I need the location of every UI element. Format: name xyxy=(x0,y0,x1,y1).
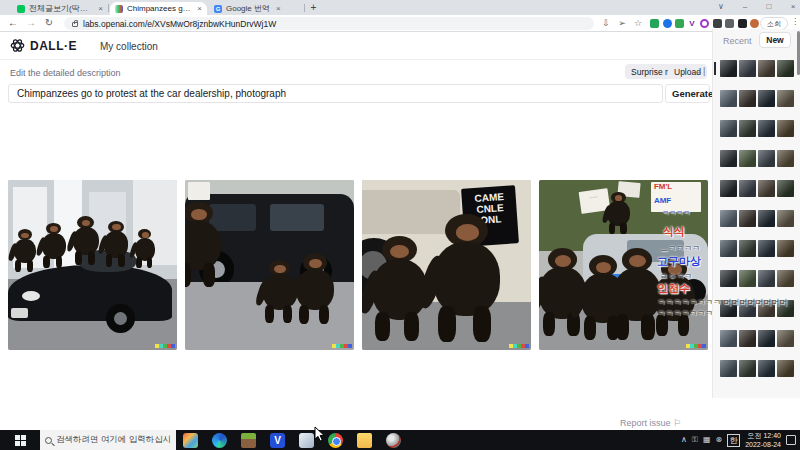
generation-thumbnail[interactable] xyxy=(739,90,756,107)
generation-group[interactable] xyxy=(720,120,798,137)
generation-thumbnail[interactable] xyxy=(777,330,794,347)
generation-thumbnail[interactable] xyxy=(758,240,775,257)
generation-thumbnail[interactable] xyxy=(739,120,756,137)
window-close-button[interactable]: × xyxy=(786,0,800,14)
generation-thumbnail[interactable] xyxy=(777,270,794,287)
notification-center-icon[interactable] xyxy=(786,435,796,445)
window-minimize-button[interactable]: – xyxy=(738,0,752,14)
generation-group[interactable] xyxy=(720,360,798,377)
green-badge-extension-icon[interactable] xyxy=(675,19,684,28)
browser-profile-chip[interactable]: 소희 xyxy=(760,17,788,30)
collapse-panel-icon[interactable]: →| xyxy=(694,66,705,76)
generation-thumbnail[interactable] xyxy=(777,180,794,197)
generate-button[interactable]: Generate xyxy=(665,84,710,103)
taskbar-app-folder[interactable] xyxy=(350,430,379,450)
start-button[interactable] xyxy=(0,430,40,450)
green-square-extension-icon[interactable] xyxy=(650,19,659,28)
generation-thumbnail[interactable] xyxy=(739,360,756,377)
generated-image-1[interactable] xyxy=(8,180,177,350)
generation-thumbnail[interactable] xyxy=(720,270,737,287)
generation-thumbnail[interactable] xyxy=(758,90,775,107)
tray-device-icon[interactable]: ⚿ xyxy=(692,430,698,450)
generation-thumbnail[interactable] xyxy=(739,270,756,287)
generation-thumbnail[interactable] xyxy=(758,120,775,137)
generation-thumbnail[interactable] xyxy=(758,60,775,77)
window-chevron-icon[interactable]: ∨ xyxy=(714,0,728,14)
generation-thumbnail[interactable] xyxy=(777,150,794,167)
generation-group[interactable] xyxy=(720,60,798,77)
generation-group[interactable] xyxy=(720,150,798,167)
browser-menu-icon[interactable]: ⋮ xyxy=(791,17,799,26)
tray-status-icon[interactable]: ⊗ xyxy=(715,430,722,450)
generation-group[interactable] xyxy=(720,90,798,107)
generation-thumbnail[interactable] xyxy=(777,360,794,377)
generation-group[interactable] xyxy=(720,330,798,347)
generation-thumbnail[interactable] xyxy=(758,360,775,377)
generation-group[interactable] xyxy=(720,270,798,287)
generation-thumbnail[interactable] xyxy=(720,240,737,257)
report-issue-link[interactable]: Report issue ⚐ xyxy=(620,418,681,428)
taskbar-app-minecraft[interactable] xyxy=(234,430,263,450)
generation-thumbnail[interactable] xyxy=(739,330,756,347)
send-to-device-icon[interactable]: ➢ xyxy=(616,18,628,28)
generation-thumbnail[interactable] xyxy=(758,150,775,167)
tray-keyboard-icon[interactable]: ▦ xyxy=(703,430,711,450)
purple-ring-extension-icon[interactable] xyxy=(700,19,709,28)
tab-close-icon[interactable]: × xyxy=(96,4,103,13)
dark-square-extension-icon[interactable] xyxy=(713,19,722,28)
generation-group[interactable] xyxy=(720,180,798,197)
blue-circle-extension-icon[interactable] xyxy=(663,19,672,28)
generation-group[interactable] xyxy=(720,240,798,257)
generation-thumbnail[interactable] xyxy=(720,60,737,77)
hidden-icons-chevron[interactable]: ∧ xyxy=(681,430,687,450)
orange-avatar-extension-icon[interactable] xyxy=(750,19,759,28)
back-icon[interactable]: ← xyxy=(6,17,20,28)
black-square-extension-icon[interactable] xyxy=(738,19,747,28)
violet-v-extension-icon[interactable]: V xyxy=(688,19,697,28)
generated-image-3[interactable]: CAME CNLE ONL xyxy=(362,180,531,350)
generation-thumbnail[interactable] xyxy=(720,330,737,347)
taskbar-app-edge[interactable] xyxy=(205,430,234,450)
generation-thumbnail[interactable] xyxy=(739,180,756,197)
generation-thumbnail[interactable] xyxy=(758,210,775,227)
generation-thumbnail[interactable] xyxy=(720,360,737,377)
taskbar-search-box[interactable]: 검색하려면 여기에 입력하십시 xyxy=(40,430,176,450)
generation-thumbnail[interactable] xyxy=(739,210,756,227)
reload-icon[interactable]: ↻ xyxy=(42,17,56,28)
generation-thumbnail[interactable] xyxy=(720,120,737,137)
generation-thumbnail[interactable] xyxy=(777,60,794,77)
generation-thumbnail[interactable] xyxy=(777,240,794,257)
generation-thumbnail[interactable] xyxy=(777,120,794,137)
new-tab-button[interactable]: + xyxy=(307,2,320,15)
generation-thumbnail[interactable] xyxy=(720,90,737,107)
generated-image-2[interactable] xyxy=(185,180,354,350)
tab-dalle-active[interactable]: Chimpanzees go to protest at t × xyxy=(110,2,207,15)
generation-group[interactable] xyxy=(720,210,798,227)
tab-translate[interactable]: G Google 번역 × xyxy=(209,2,301,15)
prompt-input[interactable] xyxy=(8,84,663,103)
taskbar-app-vapp[interactable]: V xyxy=(263,430,292,450)
generation-thumbnail[interactable] xyxy=(777,90,794,107)
generation-thumbnail[interactable] xyxy=(739,240,756,257)
generation-thumbnail[interactable] xyxy=(739,60,756,77)
generation-thumbnail[interactable] xyxy=(758,180,775,197)
puzzle-extension-icon[interactable] xyxy=(725,19,734,28)
bookmark-star-icon[interactable]: ☆ xyxy=(632,18,644,28)
tab-close-icon[interactable]: × xyxy=(195,4,202,13)
generation-thumbnail[interactable] xyxy=(758,270,775,287)
generation-thumbnail[interactable] xyxy=(739,150,756,167)
tab-close-icon[interactable]: × xyxy=(274,4,281,13)
new-generation-button[interactable]: New xyxy=(759,32,791,48)
tab-board[interactable]: 전체글보기(딱풀임) : 종합 게시 × xyxy=(12,2,108,15)
url-bar[interactable]: labs.openai.com/e/XVsMwOr8jznbwKHunDrvWj… xyxy=(64,17,594,30)
taskbar-app-art[interactable] xyxy=(176,430,205,450)
taskbar-app-chrome[interactable] xyxy=(321,430,350,450)
nav-my-collection[interactable]: My collection xyxy=(100,41,158,52)
ime-indicator[interactable]: 한 xyxy=(727,434,740,447)
forward-icon[interactable]: → xyxy=(24,17,38,28)
generation-thumbnail[interactable] xyxy=(720,210,737,227)
taskbar-app-swirl[interactable] xyxy=(379,430,408,450)
download-icon[interactable]: ⇩ xyxy=(600,18,612,28)
generation-thumbnail[interactable] xyxy=(720,150,737,167)
taskbar-clock[interactable]: 오전 12:40 2022-08-24 xyxy=(745,431,781,449)
